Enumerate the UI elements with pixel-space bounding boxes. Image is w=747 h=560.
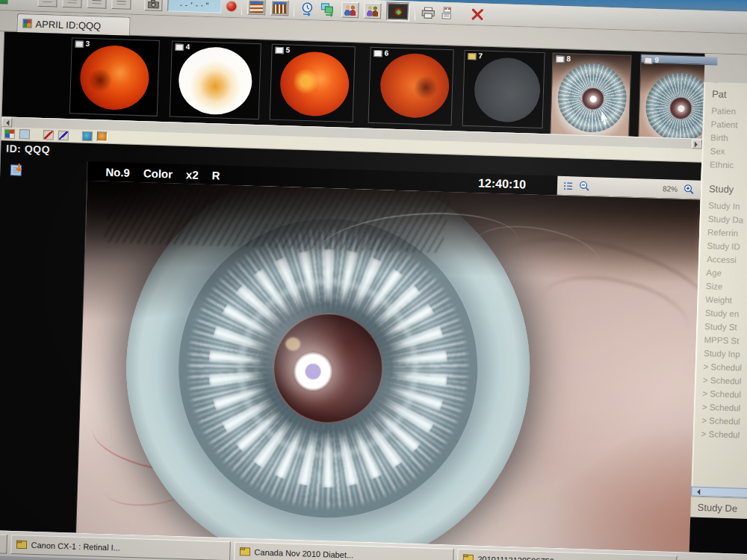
schedule-item[interactable]: > Schedul: [701, 427, 747, 443]
mode-button-1[interactable]: [37, 0, 58, 7]
image-timestamp: 12:40:10: [478, 176, 527, 191]
blank-view-button[interactable]: [19, 129, 30, 139]
taskbar-button-label: 20101112120506750...: [477, 554, 561, 560]
thumbnail[interactable]: 5: [270, 44, 356, 122]
viewer-canvas: ID: QQQ No.9 Color x2 R 12:40:10: [0, 140, 701, 552]
mode-button-2[interactable]: [62, 0, 82, 8]
patient-id-label: ID: QQQ: [6, 143, 50, 156]
status-chip-icon: [0, 0, 8, 4]
print-button[interactable]: [421, 6, 436, 19]
thumbnail-image: [270, 45, 355, 122]
exposure-lcd: --'--": [167, 0, 222, 13]
taskbar-app-button[interactable]: Canada Nov 2010 Diabet...: [234, 541, 454, 560]
image-eye-side: R: [211, 169, 220, 181]
schedule-items: > Schedul> Schedul> Schedul> Schedul> Sc…: [701, 360, 747, 443]
thumbnail-number: 8: [566, 55, 571, 63]
clock-icon: [300, 1, 315, 16]
thumbnail-image: [369, 48, 453, 125]
thumbnail-checkbox[interactable]: [374, 50, 382, 57]
thumbnail[interactable]: 3: [69, 37, 160, 116]
thumbnail-checkbox[interactable]: [468, 53, 476, 60]
scroll-left-button[interactable]: [1, 117, 12, 127]
patient-list-button[interactable]: [341, 2, 359, 19]
record-indicator-icon: [226, 1, 236, 11]
thumbnail-number: 5: [285, 46, 290, 54]
left-arrow-icon: [694, 488, 700, 494]
worklist-icon: [365, 5, 379, 17]
study-section-header: Study: [709, 183, 747, 196]
patients-icon: [343, 4, 357, 16]
study-details-header[interactable]: Study De: [690, 497, 747, 520]
study-fields: Study InStudy DaReferrinStudy IDAccessiA…: [704, 199, 747, 362]
mode-button-4[interactable]: [111, 0, 131, 10]
application-window: --'--": [0, 0, 747, 560]
thumbnail-number: 4: [185, 43, 190, 51]
zoom-percent: 82%: [663, 184, 678, 193]
worklist-button[interactable]: [364, 3, 382, 19]
eye-capture-icon: [388, 4, 409, 20]
thumbnail-checkbox[interactable]: [75, 40, 84, 47]
image-number: No.9: [105, 165, 130, 178]
annotate-red-button[interactable]: [43, 130, 54, 140]
grid-dense-icon: [272, 1, 288, 15]
thumbnail-checkbox[interactable]: [556, 56, 564, 63]
capture-button[interactable]: [144, 0, 163, 11]
image-magnification: x2: [186, 168, 199, 181]
image-info-button[interactable]: [563, 181, 573, 190]
thumbnail[interactable]: 7: [462, 50, 545, 128]
scroll-right-button[interactable]: [692, 139, 702, 149]
patient-field-label: Ethnic: [710, 158, 747, 173]
image-viewer-window: No.9 Color x2 R 12:40:10: [75, 161, 701, 553]
import-button[interactable]: [9, 162, 25, 181]
patient-tab-icon: [22, 19, 31, 28]
copy-arrow-icon: [320, 1, 337, 17]
left-arrow-icon: [3, 119, 9, 125]
zoom-out-icon: [579, 181, 590, 192]
taskbar-app-button[interactable]: 20101112120506750...: [457, 548, 678, 560]
annotate-blue-button[interactable]: [58, 131, 69, 140]
history-button[interactable]: [300, 1, 315, 16]
app-window-icon: [16, 539, 27, 549]
anterior-eye-image[interactable]: [76, 181, 700, 553]
app-window-icon: [462, 553, 474, 560]
zoom-in-icon: [684, 184, 695, 195]
matrix-view-button[interactable]: [270, 0, 289, 16]
thumbnail-checkbox[interactable]: [175, 44, 183, 51]
app-window-icon: [239, 547, 250, 556]
taskbar-button-label: Canon CX-1 : Retinal I...: [31, 540, 120, 552]
thumbnail-checkbox[interactable]: [275, 47, 283, 54]
sidebar-lower-spacer: [689, 517, 747, 555]
thumbnail[interactable]: 6: [368, 47, 454, 125]
thumbnail-number: 9: [654, 56, 659, 64]
zoom-out-button[interactable]: [579, 181, 590, 192]
patient-fields: PatienPatientBirthSexEthnic: [710, 104, 747, 173]
grid-icon: [249, 1, 264, 14]
taskbar-app-button[interactable]: Canon CX-1 : Retinal I...: [10, 535, 231, 560]
thumbnail-view-button[interactable]: [247, 0, 266, 15]
right-arrow-icon: [695, 141, 701, 147]
thumbnail-checkbox[interactable]: [644, 57, 652, 63]
zoom-in-button[interactable]: [684, 184, 695, 195]
eye-image-mode-button[interactable]: [386, 1, 410, 21]
thumbnail[interactable]: 4: [170, 40, 261, 119]
import-icon: [9, 162, 25, 178]
camera-icon: [147, 0, 159, 8]
print-layout-button[interactable]: [441, 6, 458, 20]
thumbnail-image: [551, 53, 630, 137]
thumbnail-number: 7: [478, 52, 483, 60]
list-icon: [563, 181, 573, 190]
thumbnail-image: [170, 41, 261, 119]
thumbnail[interactable]: 8: [550, 52, 631, 138]
export-button[interactable]: [320, 1, 337, 17]
patient-tab-label: APRIL ID:QQQ: [35, 18, 101, 31]
compare-button[interactable]: [82, 131, 93, 141]
close-button[interactable]: [471, 7, 485, 22]
color-grid-button[interactable]: [4, 128, 15, 138]
thumbnail-image: [463, 51, 545, 128]
thumbnail-image: [70, 38, 159, 116]
printer-icon: [421, 6, 436, 19]
mode-button-3[interactable]: [87, 0, 107, 9]
start-button[interactable]: art: [0, 533, 7, 553]
orange-tool-button[interactable]: [97, 131, 108, 141]
thumbnail-number: 3: [86, 40, 90, 48]
